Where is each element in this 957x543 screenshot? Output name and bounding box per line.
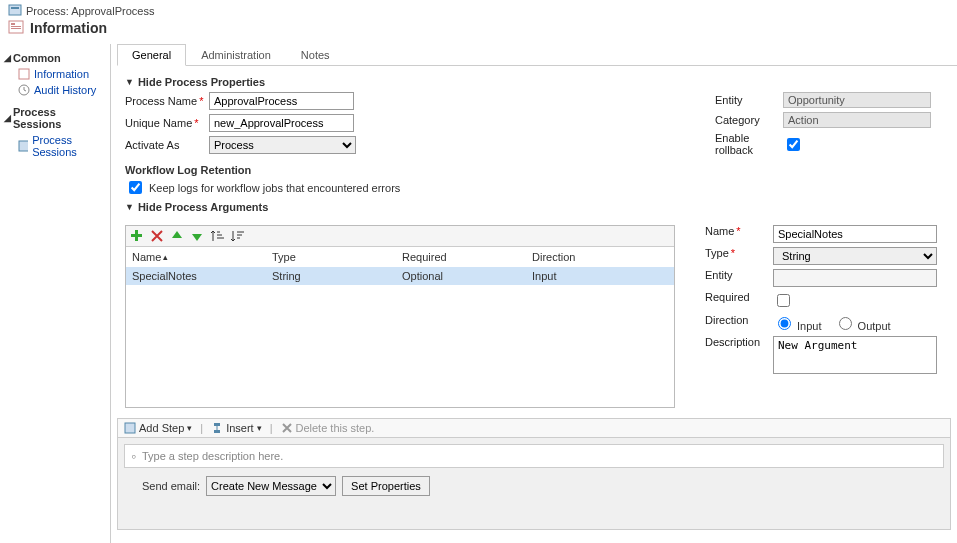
- sessions-icon: [18, 140, 28, 152]
- steps-body: ◦ Type a step description here. Send ema…: [117, 438, 951, 530]
- sidebar-item-information[interactable]: Information: [4, 66, 106, 82]
- sidebar-group-common[interactable]: ◢ Common: [4, 50, 106, 66]
- bullet-icon: ◦: [131, 448, 136, 464]
- properties-right: Entity Opportunity Category Action Enabl…: [715, 92, 933, 156]
- tab-general[interactable]: General: [117, 44, 186, 66]
- process-icon: [8, 4, 22, 18]
- cell-required: Optional: [402, 270, 532, 282]
- table-row[interactable]: SpecialNotes String Optional Input: [126, 267, 674, 285]
- arg-description-label: Description: [705, 336, 765, 348]
- history-icon: [18, 84, 30, 96]
- svg-rect-10: [131, 234, 142, 237]
- arg-required-checkbox[interactable]: [777, 294, 790, 307]
- collapse-properties[interactable]: ▼ Hide Process Properties: [125, 76, 943, 92]
- enable-rollback-label: Enable rollback: [715, 132, 775, 156]
- arg-entity-label: Entity: [705, 269, 765, 281]
- properties-left: Process Name* Unique Name* Activate As P…: [125, 92, 400, 197]
- col-name[interactable]: Name▴: [132, 251, 272, 263]
- chevron-down-icon: ◢: [4, 113, 11, 123]
- argument-form: Name* Type* String Entity Required Direc…: [705, 225, 943, 374]
- properties-body: Process Name* Unique Name* Activate As P…: [125, 92, 943, 197]
- delete-icon[interactable]: [150, 229, 164, 243]
- send-email-select[interactable]: Create New Message: [206, 476, 336, 496]
- chevron-down-icon: ▼: [125, 77, 134, 87]
- arguments-grid: Name▴ Type Required Direction SpecialNot…: [125, 225, 675, 408]
- arg-required-label: Required: [705, 291, 765, 303]
- svg-rect-13: [214, 430, 220, 433]
- entity-label: Entity: [715, 94, 775, 106]
- step-description[interactable]: ◦ Type a step description here.: [124, 444, 944, 468]
- cell-name: SpecialNotes: [132, 270, 272, 282]
- process-name-label: Process Name*: [125, 95, 205, 107]
- grid-toolbar: [126, 226, 674, 247]
- sort-desc-icon[interactable]: [230, 229, 244, 243]
- unique-name-input[interactable]: [209, 114, 354, 132]
- process-line-text: Process: ApprovalProcess: [26, 5, 154, 17]
- svg-rect-0: [9, 5, 21, 15]
- tab-notes[interactable]: Notes: [286, 44, 345, 65]
- arg-name-label: Name*: [705, 225, 765, 237]
- direction-output-option[interactable]: Output: [834, 314, 891, 332]
- sidebar-item-audit-history[interactable]: Audit History: [4, 82, 106, 98]
- log-retention-heading: Workflow Log Retention: [125, 164, 400, 176]
- main: ◢ Common Information Audit History ◢ Pro…: [0, 44, 957, 543]
- arg-entity-input: [773, 269, 937, 287]
- sort-asc-icon[interactable]: [210, 229, 224, 243]
- tab-administration[interactable]: Administration: [186, 44, 286, 65]
- properties-fields: Process Name* Unique Name* Activate As P…: [125, 92, 400, 154]
- activate-as-select[interactable]: Process: [209, 136, 356, 154]
- info-icon: [8, 20, 24, 36]
- svg-rect-11: [125, 423, 135, 433]
- sidebar: ◢ Common Information Audit History ◢ Pro…: [0, 44, 111, 543]
- cell-type: String: [272, 270, 402, 282]
- header-title: Information: [8, 18, 949, 40]
- arg-type-label: Type*: [705, 247, 765, 259]
- arg-type-select[interactable]: String: [773, 247, 937, 265]
- separator: |: [270, 422, 273, 434]
- svg-rect-1: [11, 7, 19, 9]
- keep-logs-label: Keep logs for workflow jobs that encount…: [149, 182, 400, 194]
- delete-step-button[interactable]: Delete this step.: [281, 422, 375, 434]
- keep-logs-checkbox[interactable]: [129, 181, 142, 194]
- sidebar-item-label: Audit History: [34, 84, 96, 96]
- sidebar-item-process-sessions[interactable]: Process Sessions: [4, 132, 106, 160]
- col-type[interactable]: Type: [272, 251, 402, 263]
- set-properties-button[interactable]: Set Properties: [342, 476, 430, 496]
- direction-input-option[interactable]: Input: [773, 314, 822, 332]
- col-required[interactable]: Required: [402, 251, 532, 263]
- add-icon[interactable]: [130, 229, 144, 243]
- svg-rect-3: [11, 23, 15, 25]
- move-down-icon[interactable]: [190, 229, 204, 243]
- separator: |: [200, 422, 203, 434]
- chevron-down-icon: ▾: [187, 423, 192, 433]
- sidebar-group-sessions[interactable]: ◢ Process Sessions: [4, 104, 106, 132]
- step-send-email: Send email: Create New Message Set Prope…: [124, 468, 944, 504]
- enable-rollback-checkbox[interactable]: [787, 138, 800, 151]
- category-label: Category: [715, 114, 775, 126]
- keep-logs-row: Keep logs for workflow jobs that encount…: [125, 178, 400, 197]
- tabs: General Administration Notes: [117, 44, 957, 66]
- steps-toolbar: Add Step ▾ | Insert ▾ | Delete this step…: [117, 418, 951, 438]
- sidebar-item-label: Information: [34, 68, 89, 80]
- sidebar-item-label: Process Sessions: [32, 134, 106, 158]
- insert-button[interactable]: Insert ▾: [211, 422, 262, 434]
- entity-value: Opportunity: [783, 92, 931, 108]
- add-step-icon: [124, 422, 136, 434]
- collapse-arguments[interactable]: ▼ Hide Process Arguments: [125, 201, 943, 217]
- col-direction[interactable]: Direction: [532, 251, 668, 263]
- grid-body: SpecialNotes String Optional Input: [126, 267, 674, 407]
- arg-description-input[interactable]: [773, 336, 937, 374]
- header-process-line: Process: ApprovalProcess: [8, 4, 949, 18]
- step-desc-placeholder: Type a step description here.: [142, 450, 283, 462]
- arg-name-input[interactable]: [773, 225, 937, 243]
- section-arguments: ▼ Hide Process Arguments: [111, 201, 957, 221]
- process-name-input[interactable]: [209, 92, 354, 110]
- svg-rect-4: [11, 26, 21, 27]
- insert-icon: [211, 422, 223, 434]
- svg-rect-12: [214, 423, 220, 426]
- activate-as-label: Activate As: [125, 139, 205, 151]
- doc-icon: [18, 68, 30, 80]
- section-properties: ▼ Hide Process Properties Process Name* …: [111, 66, 957, 201]
- add-step-button[interactable]: Add Step ▾: [124, 422, 192, 434]
- move-up-icon[interactable]: [170, 229, 184, 243]
